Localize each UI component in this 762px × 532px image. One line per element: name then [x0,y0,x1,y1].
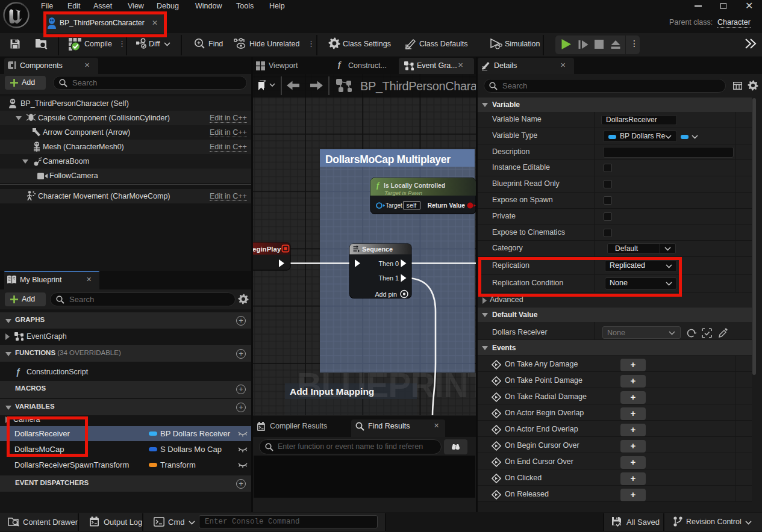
svg-text:self: self [407,202,417,209]
svg-text:DollarsMoCap Multiplayer: DollarsMoCap Multiplayer [325,153,451,165]
svg-text:Then 0: Then 0 [378,260,399,267]
svg-text:BLUEPRINT: BLUEPRINT [297,366,476,404]
svg-text:Target: Target [386,202,402,209]
svg-text:Sequence: Sequence [362,246,393,253]
svg-text:Add pin: Add pin [375,291,397,298]
svg-text:Target is Pawn: Target is Pawn [384,190,422,196]
svg-text:Return Value: Return Value [428,202,466,209]
svg-text:eginPlay: eginPlay [253,246,281,253]
svg-text:Is Locally Controlled: Is Locally Controlled [384,182,445,189]
svg-text:Then 1: Then 1 [378,274,399,282]
